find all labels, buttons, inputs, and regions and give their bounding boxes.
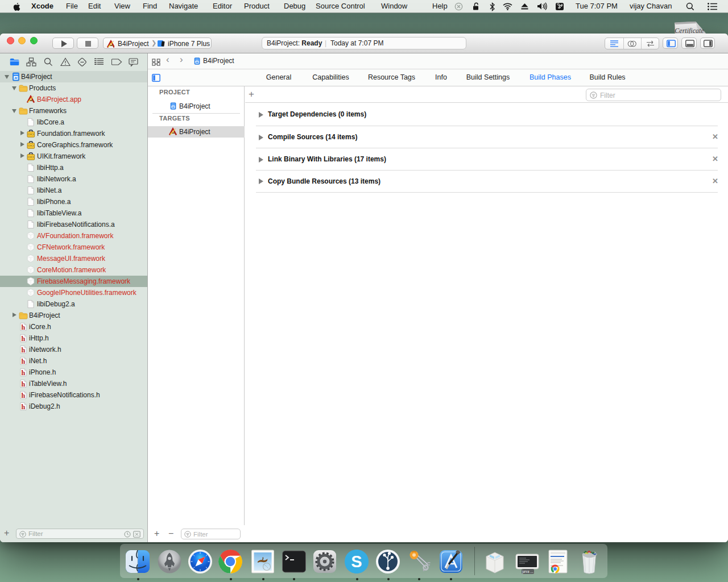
- svg-text:java ...: java ...: [522, 569, 533, 574]
- svg-text:S: S: [351, 552, 362, 571]
